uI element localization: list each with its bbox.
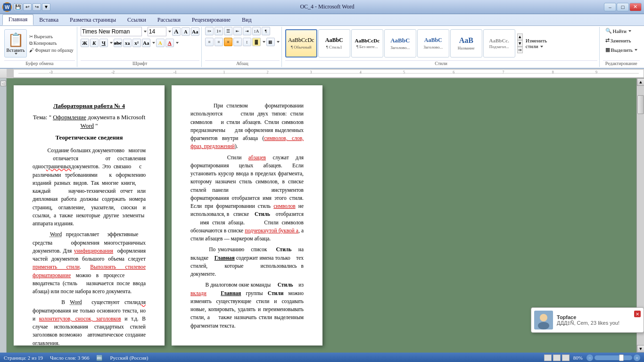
zoom-slider[interactable] xyxy=(594,355,632,360)
style-heading2[interactable]: AaBbC Заголово... xyxy=(417,29,449,58)
print-view-button[interactable] xyxy=(544,354,552,361)
align-left-button[interactable]: ≡ xyxy=(205,38,214,46)
scroll-thumb[interactable] xyxy=(637,95,644,114)
styles-scroll-down[interactable]: ▼ xyxy=(517,40,523,47)
style-style1[interactable]: AaBbC ¶ Стиль1 xyxy=(318,29,350,58)
notification-app-name: Topface xyxy=(557,314,630,320)
styles-more-button[interactable]: ⇒ xyxy=(517,47,523,53)
font-color-button[interactable]: А xyxy=(165,39,174,47)
style-normal[interactable]: AaBbCcDc ¶ Обычный xyxy=(285,29,317,58)
numbering-button[interactable]: 1≡ xyxy=(215,27,223,35)
zoom-in-button[interactable]: + xyxy=(634,354,640,361)
underline-dropdown-icon[interactable] xyxy=(110,42,113,44)
change-styles-button[interactable]: Изменитьстили xyxy=(526,38,547,49)
page-title: Лабораторная работа № 4 xyxy=(33,102,146,110)
shading-button[interactable]: ▓ xyxy=(252,38,261,46)
window-controls: – □ ✕ xyxy=(604,3,642,11)
clipboard-secondary-buttons: ✂ Вырезать ⧉ Копировать 🖌 Формат по обра… xyxy=(28,33,75,53)
align-justify-button[interactable]: ≡ xyxy=(233,38,242,46)
style-subtitle[interactable]: AaBbCc. Подзагол... xyxy=(483,29,515,58)
clipboard-group-content: 📋 Вставить ✂ Вырезать ⧉ Копировать 🖌 xyxy=(4,27,75,59)
copy-button[interactable]: ⧉ Копировать xyxy=(28,40,75,47)
multilevel-list-button[interactable]: ☰ xyxy=(224,27,232,35)
redo-qs-button[interactable]: ↪ xyxy=(33,3,41,11)
close-button[interactable]: ✕ xyxy=(629,3,642,11)
align-right-button[interactable]: ≡ xyxy=(224,38,232,46)
ribbon-tab-bar: Главная Вставка Разметка страницы Ссылки… xyxy=(0,14,644,25)
style-no-interval[interactable]: AaBbCcDc ¶ Без инте... xyxy=(351,29,383,58)
styles-scroll-up[interactable]: ▲ xyxy=(517,33,523,40)
superscript-button[interactable]: x² xyxy=(132,39,141,47)
web-view-button[interactable] xyxy=(562,354,570,361)
style-heading1[interactable]: AaBbC Заголово... xyxy=(384,29,416,58)
font-size-dropdown-icon[interactable] xyxy=(168,31,171,33)
maximize-button[interactable]: □ xyxy=(617,3,629,11)
grow-font-button[interactable]: A xyxy=(172,27,181,36)
font-color-dropdown-icon[interactable] xyxy=(176,42,179,44)
tab-review[interactable]: Рецензирование xyxy=(186,14,236,25)
cut-button[interactable]: ✂ Вырезать xyxy=(28,33,75,40)
ruler-toggle[interactable]: ◁ xyxy=(0,81,6,86)
page-section-title: Теоретические сведения xyxy=(33,133,146,142)
bullets-button[interactable]: ≡• xyxy=(205,27,214,35)
show-marks-button[interactable]: ¶ xyxy=(262,27,270,35)
titlebar: W 💾 ↩ ↪ ▼ OC_4 - Microsoft Word – □ ✕ xyxy=(0,0,644,14)
highlight-button[interactable]: А xyxy=(156,39,165,47)
change-styles-group: Изменитьстили xyxy=(526,38,547,49)
font-group: A A Aa Ж К Ч abc x₂ x² Аа А А xyxy=(79,27,202,67)
strikethrough-button[interactable]: abc xyxy=(114,39,122,47)
shading-dropdown-icon[interactable] xyxy=(263,41,265,43)
italic-button[interactable]: К xyxy=(90,39,99,47)
bold-button[interactable]: Ж xyxy=(81,39,89,47)
format-painter-button[interactable]: 🖌 Формат по образцу xyxy=(28,47,75,53)
ribbon: Главная Вставка Разметка страницы Ссылки… xyxy=(0,14,644,69)
horizontal-ruler: -3 -2 -1 1 2 3 4 5 6 7 8 9 xyxy=(13,69,644,78)
scissors-icon: ✂ xyxy=(29,34,33,39)
text-effects-dropdown-icon[interactable] xyxy=(152,42,155,44)
decrease-indent-button[interactable]: ⇤ xyxy=(233,27,242,35)
para-1: Создание больших документовво многом отл… xyxy=(33,147,146,228)
underline-button[interactable]: Ч xyxy=(99,39,108,47)
line-spacing-button[interactable]: ↕ xyxy=(243,38,251,46)
scroll-up-button[interactable]: ▲ xyxy=(637,78,644,86)
right-para-1: При стилевом форматировании используются… xyxy=(190,102,304,151)
tab-insert[interactable]: Вставка xyxy=(33,14,64,25)
page-info: Страница: 2 из 19 xyxy=(4,355,43,361)
scroll-track[interactable] xyxy=(637,86,644,345)
fullscreen-view-button[interactable] xyxy=(553,354,561,361)
font-name-input[interactable] xyxy=(81,27,142,36)
increase-indent-button[interactable]: ⇥ xyxy=(243,27,251,35)
tab-mailings[interactable]: Рассылки xyxy=(152,14,186,25)
notification-popup: Topface ДДД‡Ñ, Cem, 23 likes you! ✕ xyxy=(531,307,644,333)
find-button[interactable]: 🔍 Найти xyxy=(603,27,634,35)
font-size-input[interactable] xyxy=(148,27,166,36)
undo-qs-button[interactable]: ↩ xyxy=(23,3,32,11)
align-center-button[interactable]: ≡ xyxy=(215,38,223,46)
clear-format-button[interactable]: Aa xyxy=(191,27,199,36)
replace-button[interactable]: ⇄ Заменить xyxy=(603,36,634,44)
quick-access-toolbar: 💾 ↩ ↪ ▼ xyxy=(14,3,50,11)
font-name-dropdown-icon[interactable] xyxy=(144,31,147,33)
shrink-font-button[interactable]: A xyxy=(182,27,190,36)
zoom-thumb[interactable] xyxy=(619,354,624,361)
save-qs-button[interactable]: 💾 xyxy=(14,3,22,11)
text-effects-button[interactable]: Аа xyxy=(142,39,150,47)
notification-close-button[interactable]: ✕ xyxy=(634,311,641,317)
tab-references[interactable]: Ссылки xyxy=(122,14,152,25)
style-title[interactable]: AaB Название xyxy=(450,29,482,58)
subscript-button[interactable]: x₂ xyxy=(123,39,132,47)
font-row2: Ж К Ч abc x₂ x² Аа А А xyxy=(81,39,179,47)
minimize-button[interactable]: – xyxy=(604,3,616,11)
tab-home[interactable]: Главная xyxy=(2,14,33,25)
tab-view[interactable]: Вид xyxy=(236,14,257,25)
tab-layout[interactable]: Разметка страницы xyxy=(64,14,122,25)
borders-button[interactable]: ▦ xyxy=(266,38,275,46)
select-button[interactable]: ▦ Выделить xyxy=(603,46,640,54)
zoom-out-button[interactable]: − xyxy=(586,354,593,361)
view-controls: ◁ xyxy=(0,81,6,87)
scroll-down-button[interactable]: ▼ xyxy=(637,345,644,353)
sort-button[interactable]: ↕A xyxy=(252,27,261,35)
paste-button[interactable]: 📋 Вставить xyxy=(4,29,27,58)
borders-dropdown-icon[interactable] xyxy=(277,41,280,43)
customize-qs-button[interactable]: ▼ xyxy=(42,3,50,11)
